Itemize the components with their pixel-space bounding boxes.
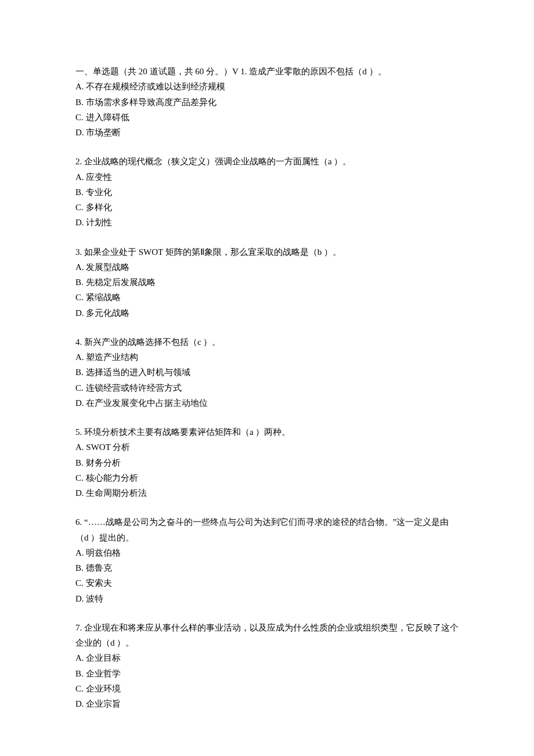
q7-option-b: B. 企业哲学 [75,666,459,681]
q7-option-c: C. 企业环境 [75,681,459,696]
q6-option-d: D. 波特 [75,591,459,606]
q3-option-a: A. 发展型战略 [75,260,459,275]
question-6: 6. “……战略是公司为之奋斗的一些终点与公司为达到它们而寻求的途径的结合物。”… [75,514,459,606]
q1-option-a: A. 不存在规模经济或难以达到经济规模 [75,79,459,94]
q4-option-c: C. 连锁经营或特许经营方式 [75,380,459,395]
q3-option-d: D. 多元化战略 [75,305,459,321]
q4-option-b: B. 选择适当的进入时机与领域 [75,365,459,380]
question-4: 4. 新兴产业的战略选择不包括（c ）。 A. 塑造产业结构 B. 选择适当的进… [75,334,459,411]
q4-option-d: D. 在产业发展变化中占据主动地位 [75,395,459,411]
q5-option-c: C. 核心能力分析 [75,470,459,485]
section-header-and-q1: 一、单选题（共 20 道试题，共 60 分。）V 1. 造成产业零散的原因不包括… [75,64,459,79]
q1-option-d: D. 市场垄断 [75,125,459,140]
q2-option-b: B. 专业化 [75,185,459,200]
q4-option-a: A. 塑造产业结构 [75,350,459,365]
q1-option-b: B. 市场需求多样导致高度产品差异化 [75,95,459,110]
q4-text: 4. 新兴产业的战略选择不包括（c ）。 [75,334,459,350]
question-3: 3. 如果企业处于 SWOT 矩阵的第Ⅱ象限，那么宜采取的战略是（b ）。 A.… [75,244,459,321]
question-2: 2. 企业战略的现代概念（狭义定义）强调企业战略的一方面属性（a ）。 A. 应… [75,154,459,230]
document-page: 一、单选题（共 20 道试题，共 60 分。）V 1. 造成产业零散的原因不包括… [0,0,534,756]
q6-option-c: C. 安索夫 [75,575,459,591]
q7-option-a: A. 企业目标 [75,650,459,665]
q5-option-b: B. 财务分析 [75,455,459,470]
q5-text: 5. 环境分析技术主要有战略要素评估矩阵和（a ）两种。 [75,424,459,440]
q2-text: 2. 企业战略的现代概念（狭义定义）强调企业战略的一方面属性（a ）。 [75,154,459,169]
q6-option-b: B. 德鲁克 [75,560,459,575]
q3-option-c: C. 紧缩战略 [75,290,459,305]
question-1: 一、单选题（共 20 道试题，共 60 分。）V 1. 造成产业零散的原因不包括… [75,64,459,140]
q3-text: 3. 如果企业处于 SWOT 矩阵的第Ⅱ象限，那么宜采取的战略是（b ）。 [75,244,459,260]
q5-option-a: A. SWOT 分析 [75,440,459,455]
q5-option-d: D. 生命周期分析法 [75,485,459,501]
question-7: 7. 企业现在和将来应从事什么样的事业活动，以及应成为什么性质的企业或组织类型，… [75,620,459,712]
q2-option-c: C. 多样化 [75,200,459,215]
q7-option-d: D. 企业宗旨 [75,696,459,711]
q7-text: 7. 企业现在和将来应从事什么样的事业活动，以及应成为什么性质的企业或组织类型，… [75,620,459,651]
question-5: 5. 环境分析技术主要有战略要素评估矩阵和（a ）两种。 A. SWOT 分析 … [75,424,459,501]
q3-option-b: B. 先稳定后发展战略 [75,275,459,290]
q6-text: 6. “……战略是公司为之奋斗的一些终点与公司为达到它们而寻求的途径的结合物。”… [75,514,459,545]
q2-option-a: A. 应变性 [75,170,459,185]
q6-option-a: A. 明兹伯格 [75,545,459,560]
q1-option-c: C. 进入障碍低 [75,110,459,125]
q2-option-d: D. 计划性 [75,215,459,230]
